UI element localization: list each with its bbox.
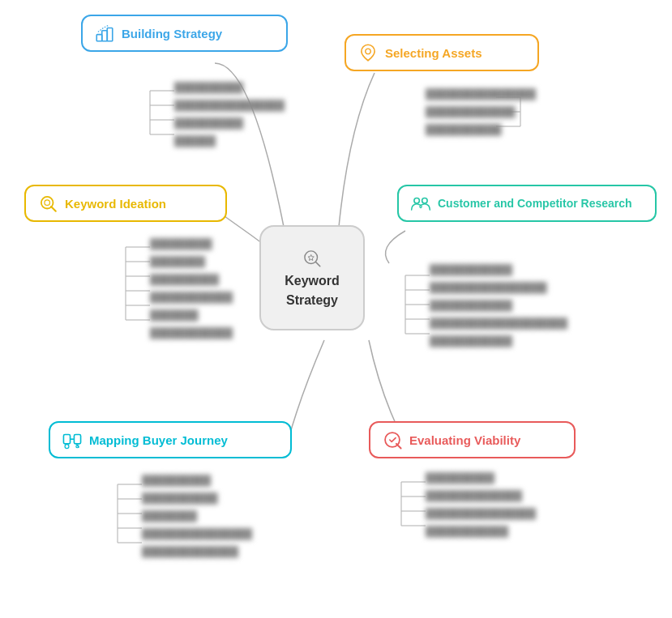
building-strategy-sub-2: ████████████████ — [174, 99, 285, 112]
mapping-sub-1: ██████████ — [142, 474, 252, 487]
eval-sub-3: ████████████████ — [426, 507, 536, 520]
mapping-buyer-journey-node: Mapping Buyer Journey — [49, 421, 292, 458]
svg-point-38 — [45, 200, 50, 206]
mindmap-container: Keyword Strategy Building Strategy █████… — [0, 0, 672, 618]
keyword-ideation-sub-5: ███████ — [150, 309, 233, 322]
eval-sub-1: ██████████ — [426, 471, 536, 484]
customer-competitor-subitems: ████████████ █████████████████ █████████… — [430, 263, 567, 347]
mapping-buyer-journey-subitems: ██████████ ███████████ ████████ ████████… — [142, 474, 252, 558]
keyword-ideation-node: Keyword Ideation — [24, 185, 227, 222]
customer-sub-2: █████████████████ — [430, 281, 567, 294]
mapping-sub-2: ███████████ — [142, 492, 252, 505]
building-strategy-sub-4: ██████ — [174, 134, 285, 147]
building-strategy-sub-3: ██████████ — [174, 117, 285, 130]
evaluating-viability-label: Evaluating Viability — [409, 433, 520, 447]
selecting-sub-3: ███████████ — [426, 123, 536, 136]
mapping-sub-3: ████████ — [142, 509, 252, 522]
keyword-ideation-sub-6: ████████████ — [150, 326, 233, 339]
building-strategy-node: Building Strategy — [81, 15, 288, 52]
svg-point-45 — [422, 198, 428, 204]
svg-rect-39 — [63, 435, 70, 444]
selecting-assets-subitems: ████████████████ █████████████ █████████… — [426, 87, 536, 136]
customer-competitor-node: Customer and Competitor Research — [397, 185, 657, 222]
keyword-ideation-label: Keyword Ideation — [65, 197, 166, 211]
eval-sub-4: ████████████ — [426, 525, 536, 538]
building-strategy-sub-1: ██████████ — [174, 81, 285, 94]
center-label-line1: Keyword — [285, 274, 340, 288]
svg-rect-34 — [96, 35, 102, 41]
selecting-sub-2: █████████████ — [426, 105, 536, 118]
building-strategy-subitems: ██████████ ████████████████ ██████████ █… — [174, 81, 285, 147]
keyword-ideation-subitems: █████████ ████████ ██████████ ██████████… — [150, 237, 233, 339]
center-node: Keyword Strategy — [259, 225, 365, 330]
evaluating-viability-node: Evaluating Viability — [369, 421, 576, 458]
evaluating-viability-subitems: ██████████ ██████████████ ██████████████… — [426, 471, 536, 538]
center-label-line2: Strategy — [286, 293, 338, 308]
svg-point-43 — [366, 49, 371, 54]
customer-competitor-label: Customer and Competitor Research — [438, 196, 632, 211]
customer-sub-1: ████████████ — [430, 263, 567, 276]
svg-rect-35 — [102, 31, 108, 41]
selecting-sub-1: ████████████████ — [426, 87, 536, 100]
svg-point-41 — [65, 445, 69, 449]
customer-sub-4: ████████████████████ — [430, 317, 567, 330]
keyword-ideation-sub-1: █████████ — [150, 237, 233, 250]
svg-rect-36 — [107, 28, 113, 41]
svg-point-44 — [414, 198, 420, 204]
mapping-buyer-journey-label: Mapping Buyer Journey — [89, 433, 228, 447]
keyword-ideation-sub-2: ████████ — [150, 255, 233, 268]
eval-sub-2: ██████████████ — [426, 489, 536, 502]
customer-sub-5: ████████████ — [430, 335, 567, 347]
selecting-assets-label: Selecting Assets — [385, 46, 482, 60]
svg-rect-40 — [74, 435, 80, 444]
keyword-ideation-sub-4: ████████████ — [150, 291, 233, 304]
mapping-sub-5: ██████████████ — [142, 545, 252, 558]
customer-sub-3: ████████████ — [430, 299, 567, 312]
keyword-ideation-sub-3: ██████████ — [150, 273, 233, 286]
selecting-assets-node: Selecting Assets — [345, 34, 539, 71]
mapping-sub-4: ████████████████ — [142, 527, 252, 540]
building-strategy-label: Building Strategy — [122, 27, 222, 40]
